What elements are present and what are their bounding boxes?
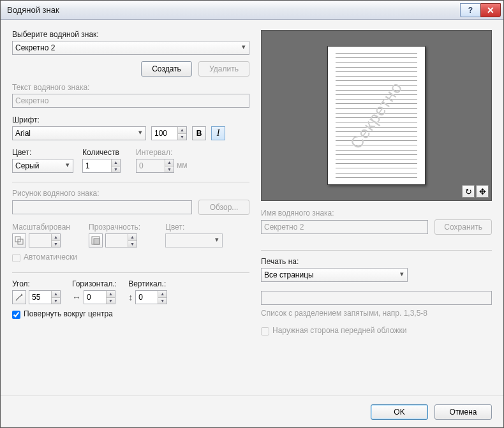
front-cover-label: Наружная сторона передней обложки (272, 326, 406, 335)
transparency-label: Прозрачность: (89, 223, 159, 232)
picture-path-input (12, 200, 192, 214)
font-label: Шрифт: (12, 115, 249, 124)
interval-label: Интервал: (136, 148, 181, 157)
print-on-select[interactable]: Все страницы (261, 268, 408, 282)
font-select[interactable]: Arial (12, 126, 146, 140)
dialog-footer: OK Отмена (1, 395, 503, 427)
browse-button: Обзор... (198, 200, 249, 215)
count-label: Количеств (82, 148, 127, 157)
spin-up-icon[interactable]: ▲ (177, 127, 186, 134)
scale-icon (12, 233, 26, 247)
watermark-name-label: Имя водяного знака: (261, 209, 492, 218)
bold-button[interactable]: B (192, 126, 206, 140)
preview-pane: Секретно ↻ ✥ (261, 30, 492, 201)
dialog-title: Водяной знак (7, 5, 460, 15)
color-select[interactable]: Серый (12, 159, 73, 173)
angle-spinner[interactable]: ▲▼ (29, 290, 61, 304)
watermark-name-input (261, 220, 428, 234)
move-preview-button[interactable]: ✥ (476, 185, 489, 198)
spin-down-icon[interactable]: ▼ (177, 134, 186, 140)
vert-spinner[interactable]: ▲▼ (135, 290, 167, 304)
auto-checkbox (12, 254, 20, 262)
pages-input (261, 291, 492, 305)
angle-label: Угол: (12, 279, 61, 288)
print-on-label: Печать на: (261, 257, 492, 266)
horiz-spinner[interactable]: ▲▼ (84, 290, 115, 304)
dialog-window: Водяной знак ? ✕ Выберите водяной знак: … (0, 0, 504, 428)
scale-label: Масштабирован (12, 223, 82, 232)
pages-hint: Список с разделением запятыми, напр. 1,3… (261, 309, 492, 318)
interval-unit: мм (177, 161, 188, 170)
vert-label: Вертикал.: (128, 279, 167, 288)
rotate-preview-button[interactable]: ↻ (462, 185, 475, 198)
picture-label: Рисунок водяного знака: (12, 189, 249, 198)
color2-label: Цвет: (165, 223, 223, 232)
auto-label: Автоматически (24, 253, 77, 262)
titlebar: Водяной знак ? ✕ (1, 1, 503, 20)
color-label: Цвет: (12, 148, 73, 157)
create-button[interactable]: Создать (141, 61, 192, 77)
rotate-center-checkbox[interactable] (12, 311, 20, 319)
font-size-spinner[interactable]: ▲▼ (151, 126, 187, 140)
transparency-spinner: ▲▼ (105, 233, 137, 247)
close-button[interactable]: ✕ (480, 3, 501, 17)
pic-color-select (165, 233, 223, 247)
scale-spinner: ▲▼ (29, 233, 61, 247)
ok-button[interactable]: OK (371, 404, 428, 420)
vertical-arrow-icon: ↕ (128, 292, 133, 302)
front-cover-checkbox (261, 327, 269, 336)
rotate-center-label: Повернуть вокруг центра (24, 309, 113, 318)
cancel-button[interactable]: Отмена (434, 404, 492, 420)
delete-button: Удалить (198, 61, 249, 77)
preview-page: Секретно (327, 46, 426, 185)
interval-spinner: ▲▼ (136, 159, 174, 173)
select-watermark-label: Выберите водяной знак: (12, 30, 249, 39)
angle-icon (12, 290, 26, 304)
horizontal-arrow-icon: ↔ (72, 292, 81, 302)
horiz-label: Горизонтал.: (72, 279, 117, 288)
svg-rect-3 (94, 239, 100, 244)
watermark-select[interactable]: Секретно 2 (12, 41, 249, 55)
help-button[interactable]: ? (460, 3, 480, 17)
watermark-text-input (12, 94, 249, 108)
save-button: Сохранить (434, 219, 492, 235)
count-spinner[interactable]: ▲▼ (82, 159, 121, 173)
italic-button[interactable]: I (211, 126, 225, 140)
transparency-icon (89, 233, 103, 247)
watermark-text-label: Текст водяного знака: (12, 83, 249, 92)
